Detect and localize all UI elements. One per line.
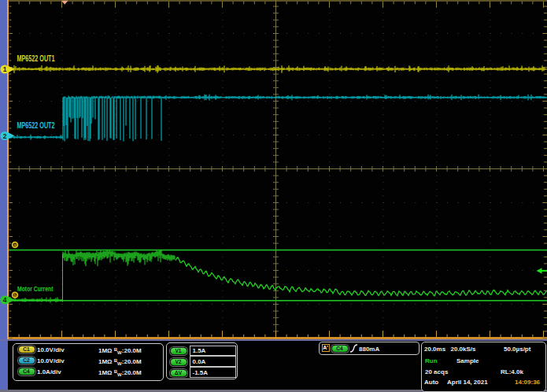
svg-text:4: 4 <box>3 296 7 304</box>
svg-text:b: b <box>13 293 17 298</box>
svg-text:1: 1 <box>3 65 7 73</box>
svg-text:2: 2 <box>3 132 7 140</box>
svg-text:MP6522 OUT2: MP6522 OUT2 <box>17 121 55 130</box>
svg-text:Motor Current: Motor Current <box>17 285 54 293</box>
svg-text:MP6522 OUT1: MP6522 OUT1 <box>17 54 55 63</box>
